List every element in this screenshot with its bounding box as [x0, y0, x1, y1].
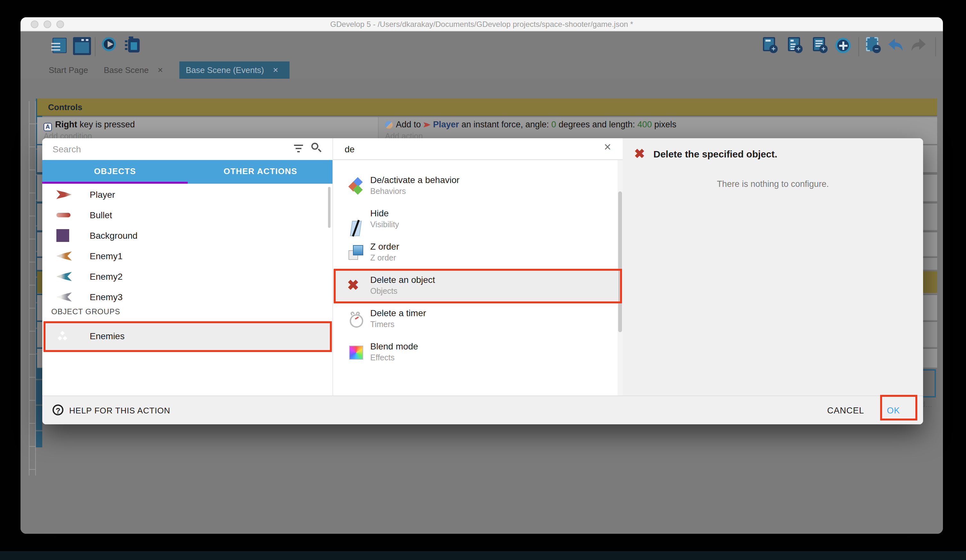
tab-base-scene[interactable]: Base Scene×	[101, 61, 166, 79]
z-order-icon	[347, 244, 365, 262]
tab-base-scene-events[interactable]: Base Scene (Events)×	[179, 61, 289, 79]
object-search-input[interactable]	[51, 141, 288, 157]
cancel-button[interactable]: CANCEL	[827, 406, 864, 415]
action-item-hide[interactable]: Hide Visibility	[333, 203, 618, 236]
force-icon	[385, 121, 393, 129]
desktop-edge	[0, 551, 966, 560]
add-subevent-icon[interactable]: +	[788, 37, 800, 51]
behaviors-icon	[347, 177, 365, 195]
annotation-box-ok	[880, 395, 917, 421]
player-object-icon	[424, 121, 430, 128]
screenshot: GDevelop 5 - /Users/dkarakay/Documents/G…	[0, 0, 966, 560]
tab-other-actions[interactable]: OTHER ACTIONS	[188, 160, 333, 182]
player-icon	[56, 190, 72, 200]
clear-search-icon[interactable]: ×	[604, 140, 611, 154]
list-item-enemy1[interactable]: Enemy1	[42, 246, 333, 266]
selected-action-title: Delete the specified object.	[654, 149, 777, 159]
undo-icon[interactable]	[888, 38, 903, 54]
window-title: GDevelop 5 - /Users/dkarakay/Documents/G…	[20, 17, 943, 31]
action-item-blend-mode[interactable]: Blend mode Effects	[333, 336, 618, 369]
action-config-panel: ✖ Delete the specified object. There is …	[623, 138, 923, 396]
toolbar-divider	[935, 37, 936, 56]
redo-icon[interactable]	[911, 38, 926, 54]
delete-event-icon[interactable]: −	[866, 37, 878, 51]
add-event-icon[interactable]: +	[763, 37, 775, 51]
add-comment-icon[interactable]: +	[813, 37, 825, 51]
background-icon	[56, 229, 69, 242]
action-item-z-order[interactable]: Z order Z order	[333, 236, 618, 269]
toolbar: + + + −	[20, 31, 943, 61]
dialog-tabs: OBJECTS OTHER ACTIONS	[42, 160, 333, 184]
project-manager-icon[interactable]	[49, 38, 67, 56]
list-item-player[interactable]: Player	[42, 184, 333, 205]
bullet-icon	[56, 213, 71, 217]
list-item-enemy3[interactable]: Enemy3	[42, 287, 333, 307]
action-item-delete-timer[interactable]: Delete a timer Timers	[333, 303, 618, 336]
toolbar-divider	[858, 37, 859, 56]
preview-play-icon[interactable]	[102, 37, 116, 51]
action-search-input[interactable]	[343, 141, 587, 157]
enemy1-icon	[56, 251, 72, 262]
tab-objects[interactable]: OBJECTS	[42, 160, 188, 182]
event-grip-column	[29, 101, 36, 475]
action-search-row: ×	[333, 138, 623, 160]
help-button[interactable]: HELP FOR THIS ACTION	[69, 406, 171, 415]
dialog-footer: ? HELP FOR THIS ACTION CANCEL OK	[42, 396, 923, 424]
tab-start-page[interactable]: Start Page	[46, 61, 90, 79]
scrollbar[interactable]	[328, 187, 330, 228]
toolbar-divider	[95, 37, 95, 56]
action-item-deactivate-behavior[interactable]: De/activate a behavior Behaviors	[333, 170, 618, 203]
annotation-box-delete-object	[334, 269, 622, 303]
object-groups-header: OBJECT GROUPS	[51, 307, 120, 316]
add-circle-icon[interactable]	[835, 38, 851, 53]
instruction-editor-dialog: OBJECTS OTHER ACTIONS Player Bullet Back…	[42, 138, 923, 424]
scene-editor-icon[interactable]	[73, 37, 91, 55]
enemy2-icon	[56, 271, 72, 282]
active-tab-underline	[42, 182, 188, 184]
titlebar: GDevelop 5 - /Users/dkarakay/Documents/G…	[20, 17, 943, 31]
keyboard-key-icon: A	[44, 123, 52, 131]
actions-panel: × De/activate a behavior Behaviors Hide …	[333, 138, 623, 396]
list-item-enemy2[interactable]: Enemy2	[42, 266, 333, 287]
enemy3-icon	[56, 291, 72, 302]
filter-icon[interactable]	[293, 144, 304, 153]
event-group-comment[interactable]: Controls	[37, 98, 937, 116]
objects-panel: OBJECTS OTHER ACTIONS Player Bullet Back…	[42, 138, 333, 396]
list-item-bullet[interactable]: Bullet	[42, 205, 333, 225]
empty-config-text: There is nothing to configure.	[623, 179, 923, 189]
list-item-background[interactable]: Background	[42, 225, 333, 246]
editor-tabbar: Start Page Base Scene× Base Scene (Event…	[20, 61, 943, 79]
timer-icon	[347, 310, 365, 328]
delete-object-icon: ✖	[634, 146, 645, 161]
help-icon[interactable]: ?	[53, 404, 63, 415]
debug-icon[interactable]	[125, 38, 140, 52]
search-icon[interactable]	[311, 143, 319, 150]
annotation-box-enemies	[44, 321, 332, 352]
close-tab-icon[interactable]: ×	[273, 65, 278, 75]
object-search-row	[42, 138, 333, 160]
close-tab-icon[interactable]: ×	[158, 65, 163, 75]
blend-mode-icon	[347, 344, 365, 362]
